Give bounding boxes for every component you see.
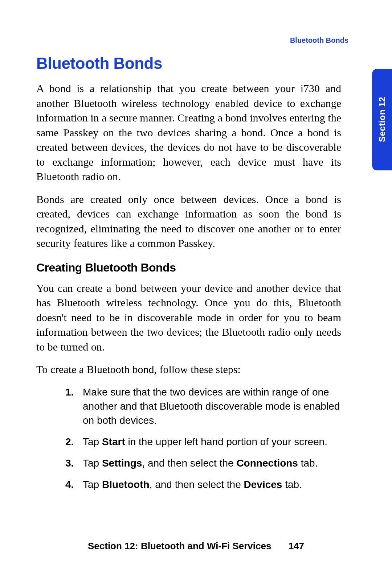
step-text-pre: Tap <box>83 436 102 447</box>
content-area: Bluetooth Bonds A bond is a relationship… <box>36 54 341 492</box>
step-item: Make sure that the two devices are withi… <box>65 385 341 428</box>
step-item: Tap Start in the upper left hand portion… <box>65 435 341 449</box>
intro-paragraph-2: Bonds are created only once between devi… <box>36 192 341 251</box>
page-footer: Section 12: Bluetooth and Wi-Fi Services… <box>0 541 392 552</box>
step-bold: Settings <box>102 457 142 469</box>
footer-section-label: Section 12: Bluetooth and Wi-Fi Services <box>88 541 271 551</box>
step-text-mid: , and then select the <box>150 479 244 490</box>
step-item: Tap Bluetooth, and then select the Devic… <box>65 477 341 492</box>
running-header-text: Bluetooth Bonds <box>290 36 348 44</box>
step-bold: Connections <box>236 457 298 469</box>
section-tab: Section 12 <box>372 69 392 170</box>
page-container: Bluetooth Bonds Section 12 Bluetooth Bon… <box>0 0 392 588</box>
steps-list: Make sure that the two devices are withi… <box>65 385 341 492</box>
step-text-post: tab. <box>298 457 318 469</box>
step-text-post: tab. <box>282 479 302 490</box>
running-header: Bluetooth Bonds <box>290 36 348 45</box>
page-title: Bluetooth Bonds <box>36 54 341 73</box>
step-text: Make sure that the two devices are withi… <box>83 386 340 426</box>
step-bold: Devices <box>244 479 282 490</box>
footer-page-number: 147 <box>289 541 304 551</box>
step-item: Tap Settings, and then select the Connec… <box>65 456 341 470</box>
intro-paragraph-1: A bond is a relationship that you create… <box>36 81 341 184</box>
sub-paragraph-2: To create a Bluetooth bond, follow these… <box>36 362 341 377</box>
step-bold: Bluetooth <box>102 479 150 490</box>
step-text-pre: Tap <box>83 479 102 490</box>
section-tab-label: Section 12 <box>377 97 387 142</box>
sub-paragraph-1: You can create a bond between your devic… <box>36 281 341 355</box>
step-text-mid: , and then select the <box>142 457 236 469</box>
sub-heading: Creating Bluetooth Bonds <box>36 261 341 274</box>
step-text-post: in the upper left hand portion of your s… <box>125 436 327 447</box>
step-bold: Start <box>102 436 125 447</box>
step-text-pre: Tap <box>83 457 102 469</box>
